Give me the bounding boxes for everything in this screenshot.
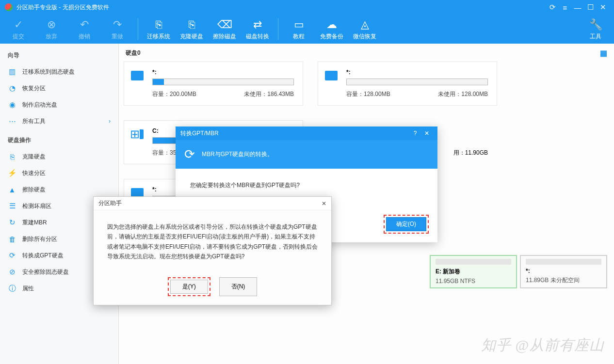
volume-tile[interactable]: E: 新加卷11.95GB NTFS xyxy=(430,255,517,288)
help-icon[interactable]: ? xyxy=(409,130,421,137)
maximize-icon[interactable]: ☐ xyxy=(584,3,597,12)
tutorial-button[interactable]: ▭教程 xyxy=(282,15,315,43)
undo-icon: ↶ xyxy=(80,18,89,32)
sidebar-item-label: 迁移系统到固态硬盘 xyxy=(22,68,75,76)
volume-size: 11.95GB NTFS xyxy=(436,278,511,285)
ok-highlight: 确定(O) xyxy=(384,215,429,234)
sidebar-item[interactable]: ⋯所有工具› xyxy=(0,113,118,129)
sidebar-item-label: 安全擦除固态硬盘 xyxy=(22,268,69,276)
partition-name: *: xyxy=(346,69,488,76)
sidebar-item[interactable]: ◉制作启动光盘 xyxy=(0,96,118,113)
volume-bar xyxy=(436,259,511,265)
make-boot-disc-icon: ◉ xyxy=(8,100,16,109)
sidebar-item-label: 转换成GPT硬盘 xyxy=(22,252,64,260)
grid-view-icon[interactable]: ▦ xyxy=(600,48,607,58)
yes-highlight: 是(Y) xyxy=(168,277,210,296)
redo-button: ↷重做 xyxy=(101,15,134,43)
usage-bar xyxy=(152,79,294,85)
sidebar-item[interactable]: ▥迁移系统到固态硬盘 xyxy=(0,63,118,80)
secure-erase-icon: ⊘ xyxy=(8,268,16,276)
quick-partition-icon: ⚡ xyxy=(8,169,16,177)
disk-convert-button[interactable]: ⇄磁盘转换 xyxy=(241,15,274,43)
check-icon: ✓ xyxy=(14,18,23,32)
sidebar-header-diskops: 硬盘操作 xyxy=(0,132,118,148)
partition-unused: 未使用：128.00MB xyxy=(438,90,488,98)
dialog-body: 因为您选择的硬盘上有系统分区或者引导分区，所以在转换这个硬盘成为GPT硬盘前，请… xyxy=(94,210,331,273)
minimize-icon[interactable]: — xyxy=(571,3,584,12)
dialog-description: ⟳ MBR与GPT硬盘间的转换。 xyxy=(176,140,437,169)
cancel-circle-icon: ⊗ xyxy=(47,18,56,32)
partition-unused: 用：11.90GB xyxy=(453,149,488,157)
migrate-os-button[interactable]: ⎘迁移系统 xyxy=(142,15,175,43)
sidebar-header-wizard: 向导 xyxy=(0,47,118,63)
dialog-title: 转换GPT/MBR xyxy=(180,129,409,138)
app-logo-icon xyxy=(5,3,13,11)
chevron-right-icon: › xyxy=(109,118,111,125)
no-button[interactable]: 否(N) xyxy=(219,277,258,296)
yes-button[interactable]: 是(Y) xyxy=(170,280,208,294)
convert-icon: ⇄ xyxy=(253,18,262,32)
partition-card[interactable]: *:容量：200.00MB未使用：186.43MB xyxy=(124,62,303,106)
properties-icon: ⓘ xyxy=(8,284,16,293)
wipe-disk-button[interactable]: ⌫擦除磁盘 xyxy=(208,15,241,43)
sidebar-item[interactable]: ▲擦除硬盘 xyxy=(0,181,118,198)
submit-button: ✓提交 xyxy=(2,15,35,43)
migrate-icon: ⎘ xyxy=(156,18,162,32)
confirmation-dialog: 分区助手 ✕ 因为您选择的硬盘上有系统分区或者引导分区，所以在转换这个硬盘成为G… xyxy=(93,196,332,305)
volume-tile[interactable]: *:11.89GB 未分配空间 xyxy=(520,255,607,288)
disk-header: 硬盘0 ▦ xyxy=(124,46,609,62)
clone-disk-button[interactable]: ⎘克隆硬盘 xyxy=(175,15,208,43)
wrench-icon: 🔧 xyxy=(589,18,602,32)
sidebar-item[interactable]: ⚡快速分区 xyxy=(0,165,118,181)
dialog-title: 分区助手 xyxy=(98,199,322,207)
swap-icon: ⟳ xyxy=(184,147,195,162)
volume-size: 11.89GB 未分配空间 xyxy=(526,276,601,285)
sidebar-item-label: 所有工具 xyxy=(22,117,46,126)
sidebar-item-label: 检测坏扇区 xyxy=(22,202,51,210)
bad-sector-icon: ☰ xyxy=(8,202,16,210)
rebuild-mbr-icon: ↻ xyxy=(8,218,16,227)
dialog-titlebar[interactable]: 转换GPT/MBR ? ✕ xyxy=(176,127,437,140)
close-icon[interactable]: ✕ xyxy=(597,3,609,12)
wipe-disk-icon: ▲ xyxy=(8,185,16,194)
wechat-icon: ◬ xyxy=(361,18,369,32)
book-icon: ▭ xyxy=(294,18,304,32)
recover-partition-icon: ◔ xyxy=(8,84,16,93)
sidebar-item-label: 快速分区 xyxy=(22,169,46,177)
toolbar: ✓提交 ⊗放弃 ↶撤销 ↷重做 ⎘迁移系统 ⎘克隆硬盘 ⌫擦除磁盘 ⇄磁盘转换 … xyxy=(0,15,614,44)
sidebar-item-label: 恢复分区 xyxy=(22,84,46,93)
partition-capacity: 容量：200.00MB xyxy=(152,90,196,98)
sidebar-item[interactable]: ◔恢复分区 xyxy=(0,80,118,96)
drive-icon xyxy=(325,71,338,80)
partition-capacity: 容量：35. xyxy=(152,149,178,157)
dialog-close-icon[interactable]: ✕ xyxy=(421,130,433,137)
tools-button[interactable]: 🔧工具 xyxy=(579,15,612,43)
menu-icon[interactable]: ≡ xyxy=(559,3,571,12)
migrate-ssd-icon: ▥ xyxy=(8,67,16,76)
sidebar-item-label: 擦除硬盘 xyxy=(22,186,46,194)
clone-disk-icon: ⎘ xyxy=(8,152,16,161)
window-title: 分区助手专业版 - 无损分区免费软件 xyxy=(16,3,546,12)
free-backup-button[interactable]: ☁免费备份 xyxy=(315,15,348,43)
dialog-close-icon[interactable]: ✕ xyxy=(322,200,326,207)
refresh-icon[interactable]: ⟳ xyxy=(546,3,559,12)
clone-icon: ⎘ xyxy=(189,18,195,32)
dialog-titlebar[interactable]: 分区助手 ✕ xyxy=(94,197,331,210)
sidebar-item-label: 重建MBR xyxy=(22,219,47,227)
partition-card[interactable]: *:容量：128.00MB未使用：128.00MB xyxy=(318,62,497,106)
backup-icon: ☁ xyxy=(326,18,337,32)
sidebar-item[interactable]: ⎘克隆硬盘 xyxy=(0,148,118,165)
sidebar-item-label: 克隆硬盘 xyxy=(22,153,46,161)
sidebar-item-label: 删除所有分区 xyxy=(22,235,57,243)
partition-capacity: 容量：128.00MB xyxy=(346,90,390,98)
titlebar: 分区助手专业版 - 无损分区免费软件 ⟳ ≡ — ☐ ✕ xyxy=(0,0,614,15)
partition-unused: 未使用：186.43MB xyxy=(244,90,294,98)
convert-gpt-icon: ⟳ xyxy=(8,251,16,260)
wipe-icon: ⌫ xyxy=(217,18,232,32)
wechat-recover-button[interactable]: ◬微信恢复 xyxy=(348,15,381,43)
drive-icon xyxy=(131,71,144,80)
sidebar-item-label: 制作启动光盘 xyxy=(22,101,57,109)
ok-button[interactable]: 确定(O) xyxy=(386,217,426,231)
usage-bar xyxy=(346,79,488,85)
discard-button: ⊗放弃 xyxy=(35,15,68,43)
